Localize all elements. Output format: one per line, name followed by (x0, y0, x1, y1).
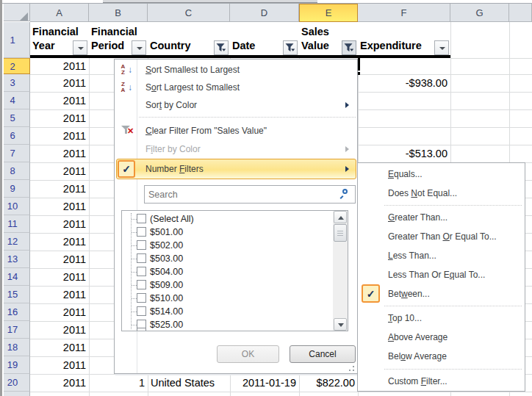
filter-button-B[interactable] (132, 40, 146, 55)
column-header-A[interactable]: A (30, 4, 89, 22)
value-checkbox[interactable] (137, 306, 146, 316)
cell-A13[interactable]: 2011 (30, 251, 89, 268)
value-checkbox[interactable] (137, 253, 146, 263)
cell-A9[interactable]: 2011 (30, 180, 89, 198)
header-cell-C1[interactable]: Country (148, 22, 230, 55)
scroll-down-button[interactable] (334, 318, 347, 331)
menu-item-sort-smallest-to-largest[interactable]: AZ↓Sort Smallest to Largest (115, 61, 358, 79)
column-header-G[interactable]: G (450, 4, 509, 22)
row-header-13[interactable]: 13 (4, 251, 30, 268)
value-item[interactable]: $514.00 (122, 305, 333, 318)
value-checkbox[interactable] (137, 267, 146, 276)
submenu-item-less-than[interactable]: Less Than... (359, 246, 524, 265)
row-header-19[interactable]: 19 (4, 356, 30, 374)
search-box[interactable] (144, 185, 356, 204)
menu-item-filter-by-color[interactable]: Filter by Color (115, 140, 358, 158)
row-header-3[interactable]: 3 (4, 74, 30, 92)
search-input[interactable] (147, 187, 337, 203)
row-header-sliver[interactable] (4, 392, 30, 396)
row-header-16[interactable]: 16 (4, 303, 30, 321)
cell-A4[interactable]: 2011 (30, 92, 89, 109)
submenu-item-greater-than[interactable]: Greater Than... (359, 209, 524, 228)
submenu-item-does-not-equal[interactable]: Does Not Equal... (359, 184, 524, 203)
cell-A7[interactable]: 2011 (30, 145, 89, 162)
cell-A10[interactable]: 2011 (30, 198, 89, 215)
row-header-20[interactable]: 20 (4, 374, 30, 392)
cell-C20[interactable]: United States (148, 374, 230, 392)
filter-button-D[interactable] (283, 40, 298, 55)
column-header-B[interactable]: B (89, 4, 148, 22)
value-item[interactable]: $504.00 (122, 265, 333, 278)
column-header-F[interactable]: F (358, 4, 450, 22)
filter-button-A[interactable] (73, 40, 87, 55)
cell-A16[interactable]: 2011 (30, 303, 89, 321)
row-header-11[interactable]: 11 (4, 215, 30, 233)
submenu-item-greater-than-or-equal-to[interactable]: Greater Than Or Equal To... (359, 227, 524, 246)
scroll-thumb[interactable] (334, 224, 347, 242)
value-item[interactable]: $502.00 (122, 239, 333, 252)
value-checkbox[interactable] (137, 280, 146, 289)
value-checkbox[interactable] (137, 293, 146, 303)
row-header-5[interactable]: 5 (4, 109, 30, 127)
menu-item-number-filters[interactable]: ✓Number Filters (115, 158, 358, 180)
header-cell-A1[interactable]: FinancialYear (30, 22, 89, 55)
value-checkbox[interactable] (137, 240, 146, 250)
filter-button-C[interactable] (214, 40, 229, 55)
filter-button-E[interactable] (342, 40, 356, 55)
cell-A15[interactable]: 2011 (30, 286, 89, 303)
row-header-17[interactable]: 17 (4, 321, 30, 339)
cancel-button[interactable]: Cancel (290, 345, 356, 363)
submenu-item-above-average[interactable]: Above Average (359, 328, 524, 347)
row-header-9[interactable]: 9 (4, 180, 30, 198)
cell-A18[interactable]: 2011 (30, 339, 89, 356)
row-header-8[interactable]: 8 (4, 162, 30, 180)
cell-D20[interactable]: 2011-01-19 (230, 374, 299, 392)
submenu-item-less-than-or-equal-to[interactable]: Less Than Or Equal To... (359, 265, 524, 284)
row-header-2[interactable]: 2 (4, 58, 30, 74)
column-header-C[interactable]: C (148, 4, 230, 22)
value-item[interactable]: $525.00 (122, 318, 333, 331)
row-header-10[interactable]: 10 (4, 198, 30, 215)
cell-A14[interactable]: 2011 (30, 268, 89, 286)
filter-button-F[interactable] (434, 40, 449, 55)
value-checkbox[interactable] (137, 227, 146, 237)
header-cell-E1[interactable]: SalesValue (299, 22, 358, 55)
cell-F3[interactable]: -$938.00 (358, 74, 450, 92)
row-header-14[interactable]: 14 (4, 268, 30, 286)
listbox-scrollbar[interactable] (333, 211, 348, 331)
value-item[interactable]: $501.00 (122, 226, 333, 239)
ok-button[interactable]: OK (217, 345, 279, 363)
column-header-sliver[interactable] (509, 4, 532, 22)
select-all-corner[interactable] (4, 4, 30, 21)
value-checkbox[interactable] (137, 214, 146, 223)
menu-item-sort-by-color[interactable]: Sort by Color (115, 96, 358, 114)
row-header-1[interactable]: 1 (4, 22, 30, 58)
submenu-item-below-average[interactable]: Below Average (359, 347, 524, 366)
submenu-item-custom-filter[interactable]: Custom Filter... (359, 372, 524, 391)
cell-B20[interactable]: 1 (89, 374, 148, 392)
value-item[interactable]: $509.00 (122, 278, 333, 292)
row-header-15[interactable]: 15 (4, 286, 30, 303)
cell-A17[interactable]: 2011 (30, 321, 89, 339)
column-header-D[interactable]: D (230, 4, 299, 22)
menu-item-sort-largest-to-smallest[interactable]: ZA↓Sort Largest to Smallest (115, 79, 358, 96)
value-item[interactable]: $503.00 (122, 252, 333, 265)
cell-F7[interactable]: -$513.00 (358, 145, 450, 162)
search-icon[interactable] (340, 189, 351, 199)
cell-A6[interactable]: 2011 (30, 127, 89, 145)
menu-resize-grip[interactable] (348, 366, 355, 372)
cell-A11[interactable]: 2011 (30, 215, 89, 233)
column-header-E[interactable]: E (299, 4, 358, 22)
value-item[interactable]: (Select All) (122, 212, 333, 226)
row-header-6[interactable]: 6 (4, 127, 30, 145)
row-header-12[interactable]: 12 (4, 233, 30, 251)
header-cell-D1[interactable]: Date (230, 22, 299, 55)
row-header-18[interactable]: 18 (4, 339, 30, 356)
cell-A8[interactable]: 2011 (30, 162, 89, 180)
row-header-4[interactable]: 4 (4, 92, 30, 109)
menu-item-clear-filter[interactable]: ✕Clear Filter From "Sales Value" (115, 121, 358, 140)
header-cell-B1[interactable]: FinancialPeriod (89, 22, 148, 55)
submenu-item-between[interactable]: ✓Between... (359, 284, 524, 303)
cell-E20[interactable]: $822.00 (299, 374, 358, 392)
cell-A2[interactable]: 2011 (30, 58, 89, 74)
